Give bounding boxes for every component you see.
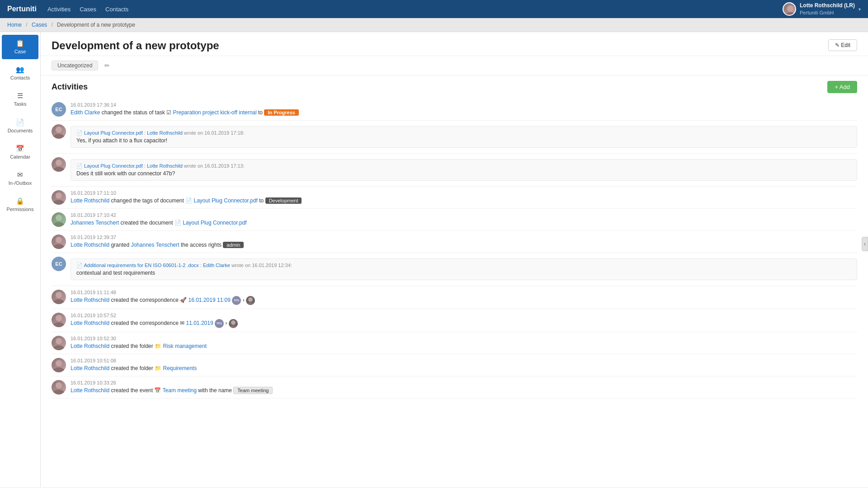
svg-point-0 <box>787 5 793 12</box>
user-link[interactable]: Edith Clarke <box>71 109 100 116</box>
folder-link[interactable]: Requirements <box>163 365 197 371</box>
user-link[interactable]: Lotte Rothschild <box>71 242 109 248</box>
arrow-right: › <box>243 297 245 303</box>
svg-point-18 <box>231 320 236 325</box>
breadcrumb: Home / Cases / Development of a new prot… <box>0 18 868 32</box>
svg-point-8 <box>56 215 62 221</box>
activity-item: 📄 Layout Plug Connector.pdf : Lotte Roth… <box>52 121 857 154</box>
activity-text: Lotte Rothschild granted Johannes Tensch… <box>71 241 857 249</box>
comment-box: 📄 Layout Plug Connector.pdf : Lotte Roth… <box>71 126 857 148</box>
breadcrumb-sep1: / <box>26 22 27 28</box>
collapse-sidebar-button[interactable]: ‹ <box>862 237 868 251</box>
user-link[interactable]: Lotte Rothschild <box>147 130 183 136</box>
svg-point-19 <box>229 325 237 328</box>
documents-icon: 📄 <box>16 118 24 127</box>
tag-badge: Development <box>265 197 302 204</box>
activity-text: Edith Clarke changed the status of task … <box>71 108 857 117</box>
svg-point-13 <box>53 299 65 304</box>
doc-link[interactable]: Layout Plug Connector.pdf <box>84 163 143 169</box>
doc-link[interactable]: Additional requirements for EN ISO 60601… <box>84 263 198 268</box>
avatar-lotte <box>52 380 66 394</box>
avatar-lotte <box>52 358 66 372</box>
activity-text: Johannes Tenschert created the document … <box>71 219 857 227</box>
main-layout: 📋 Case 👥 Contacts ☰ Tasks 📄 Documents 📅 … <box>0 32 868 487</box>
task-link[interactable]: Preparation project kick-off internal <box>173 109 256 116</box>
svg-point-23 <box>53 367 65 372</box>
permissions-icon: 🔒 <box>16 197 24 205</box>
activity-content: 16.01.2019 12:39:37 Lotte Rothschild gra… <box>71 235 857 249</box>
contacts-icon: 👥 <box>16 66 24 74</box>
activity-item: EC 📄 Additional requirements for EN ISO … <box>52 253 857 286</box>
activity-timestamp: 16.01.2019 10:57:52 <box>71 313 857 318</box>
sidebar-item-case[interactable]: 📋 Case <box>2 35 38 59</box>
user-link[interactable]: Lotte Rothschild <box>71 197 109 204</box>
activity-content: 16.01.2019 10:51:08 Lotte Rothschild cre… <box>71 358 857 372</box>
sidebar-item-inoutbox[interactable]: ✉ In-/Outbox <box>2 166 38 191</box>
nav-activities[interactable]: Activities <box>47 6 71 13</box>
avatar-lotte <box>52 290 66 304</box>
svg-point-15 <box>246 302 255 305</box>
user-menu[interactable]: Lotte Rothschild (LR) Pertuniti GmbH ▾ <box>783 2 861 16</box>
user-link[interactable]: Lotte Rothschild <box>71 320 109 326</box>
person-link[interactable]: Johannes Tenschert <box>131 242 179 248</box>
add-button[interactable]: + Add <box>827 81 857 93</box>
activity-item: 16.01.2019 10:51:08 Lotte Rothschild cre… <box>52 354 857 376</box>
status-badge-in-progress: In Progress <box>264 109 299 116</box>
nav-contacts[interactable]: Contacts <box>105 6 128 13</box>
event-badge: Team meeting <box>233 387 273 394</box>
svg-point-2 <box>56 127 62 133</box>
svg-point-20 <box>56 338 62 344</box>
comment-meta: 📄 Layout Plug Connector.pdf : Lotte Roth… <box>76 163 851 169</box>
activity-content: 16.01.2019 17:36:14 Edith Clarke changed… <box>71 102 857 117</box>
sidebar-item-calendar[interactable]: 📅 Calendar <box>2 140 38 164</box>
activity-item: 16.01.2019 11:11:48 Lotte Rothschild cre… <box>52 286 857 309</box>
folder-link[interactable]: Risk management <box>163 343 207 349</box>
user-link[interactable]: Lotte Rothschild <box>71 365 109 371</box>
activity-content: 16.01.2019 10:57:52 Lotte Rothschild cre… <box>71 313 857 328</box>
user-link[interactable]: Lotte Rothschild <box>71 297 109 303</box>
user-link[interactable]: Edith Clarke <box>203 263 230 268</box>
sidebar-label-documents: Documents <box>8 128 33 134</box>
sidebar-item-permissions[interactable]: 🔒 Permissions <box>2 192 38 217</box>
breadcrumb-home[interactable]: Home <box>7 22 22 28</box>
avatar-johannes <box>52 212 66 227</box>
edit-button[interactable]: ✎ Edit <box>828 39 857 51</box>
corr-link[interactable]: 16.01.2019 11:09 <box>189 297 231 303</box>
user-link[interactable]: Lotte Rothschild <box>71 343 109 349</box>
comment-meta: 📄 Additional requirements for EN ISO 606… <box>76 263 851 268</box>
user-link[interactable]: Johannes Tenschert <box>71 220 119 226</box>
svg-point-11 <box>53 244 65 249</box>
sidebar-item-contacts[interactable]: 👥 Contacts <box>2 61 38 85</box>
avatar-ec: EC <box>52 257 66 271</box>
sidebar-item-tasks[interactable]: ☰ Tasks <box>2 87 38 112</box>
nav-cases[interactable]: Cases <box>80 6 96 13</box>
inoutbox-icon: ✉ <box>17 171 23 179</box>
user-link[interactable]: Lotte Rothschild <box>71 387 109 394</box>
sidebar-label-case: Case <box>14 49 26 55</box>
doc-link[interactable]: Layout Plug Connector.pdf <box>84 130 143 136</box>
category-edit-button[interactable]: ✏ <box>102 61 113 70</box>
corr-link[interactable]: 11.01.2019 <box>186 320 213 326</box>
activities-header: Activities + Add <box>52 81 857 93</box>
category-bar: Uncategorized ✏ <box>41 56 868 75</box>
mini-avatar-rn: RN <box>215 319 224 328</box>
svg-point-3 <box>53 134 65 139</box>
avatar-ec: EC <box>52 102 66 117</box>
brand-logo[interactable]: Pertuniti <box>7 5 37 13</box>
svg-point-12 <box>56 292 62 298</box>
sidebar-item-documents[interactable]: 📄 Documents <box>2 114 38 138</box>
sidebar-label-contacts: Contacts <box>10 75 30 81</box>
event-link[interactable]: Team meeting <box>163 387 197 394</box>
calendar-icon: 📅 <box>16 145 24 153</box>
svg-point-17 <box>53 322 65 327</box>
avatar-lotte <box>52 313 66 327</box>
activity-content: 16.01.2019 11:11:48 Lotte Rothschild cre… <box>71 290 857 305</box>
user-link[interactable]: Lotte Rothschild <box>147 163 183 169</box>
category-badge: Uncategorized <box>52 61 98 70</box>
svg-point-6 <box>56 192 62 199</box>
doc-link[interactable]: Layout Plug Connector.pdf <box>183 220 246 226</box>
breadcrumb-cases[interactable]: Cases <box>32 22 47 28</box>
doc-link[interactable]: Layout Plug Connector.pdf <box>194 197 258 204</box>
activity-content: 16.01.2019 10:33:26 Lotte Rothschild cre… <box>71 380 857 394</box>
svg-point-1 <box>785 12 796 16</box>
